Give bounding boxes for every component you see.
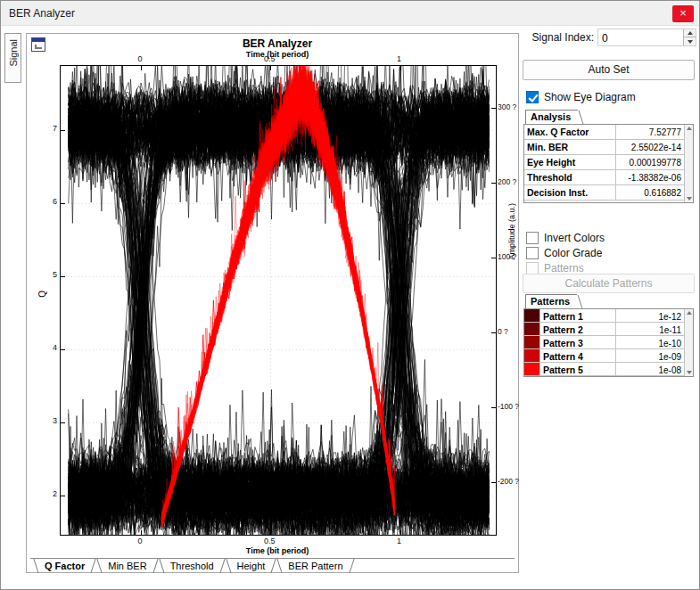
q-tick-label: 3	[43, 416, 57, 425]
result-tab-min-ber[interactable]: Min BER	[96, 559, 158, 573]
pattern-row-name: Pattern 4	[540, 349, 615, 362]
auto-set-button[interactable]: Auto Set	[523, 60, 695, 80]
color-grade-label: Color Grade	[544, 247, 602, 259]
analysis-row-value: 0.616882	[615, 185, 684, 200]
pattern-row[interactable]: Pattern 31e-10	[524, 336, 684, 349]
x-tick-label: 0.5	[259, 537, 280, 545]
amplitude-tick-label: 0 ?	[498, 327, 523, 336]
export-icon-glyph	[35, 45, 42, 49]
tab-patterns[interactable]: Patterns	[525, 294, 577, 308]
left-axis-label: Q	[37, 291, 47, 298]
analysis-row-name: Max. Q Factor	[524, 125, 615, 139]
patterns-checkbox-label: Patterns	[544, 262, 584, 275]
pattern-row-value: 1e-10	[615, 336, 684, 348]
q-tick-label: 4	[43, 343, 57, 352]
signal-index-value: 0	[602, 32, 608, 45]
analysis-row[interactable]: Threshold-1.38382e-06	[524, 170, 684, 185]
x-tick-label: 1	[389, 537, 410, 545]
pattern-row-value: 1e-08	[615, 363, 684, 375]
analysis-row-name: Decision Inst.	[524, 185, 615, 200]
titlebar[interactable]: BER Analyzer ×	[1, 1, 699, 26]
pattern-row[interactable]: Pattern 11e-12	[524, 309, 684, 323]
x-tick-label: 0	[129, 54, 151, 63]
pattern-row[interactable]: Pattern 21e-11	[524, 323, 684, 336]
pattern-row-value: 1e-12	[615, 309, 684, 322]
pattern-color-swatch	[524, 349, 540, 362]
analysis-row[interactable]: Eye Height0.000199778	[524, 155, 684, 170]
pattern-color-swatch	[524, 363, 540, 375]
invert-colors-label: Invert Colors	[544, 232, 605, 244]
signal-index-spinner	[683, 29, 696, 45]
close-icon: ×	[679, 6, 687, 20]
result-tab-threshold[interactable]: Threshold	[159, 559, 226, 573]
signal-index-input[interactable]: 0	[597, 29, 696, 46]
close-button[interactable]: ×	[672, 5, 694, 22]
result-tabs: Q FactorMin BERThresholdHeightBER Patter…	[30, 558, 515, 573]
result-tab-ber-pattern[interactable]: BER Pattern	[276, 559, 354, 573]
amplitude-tick-label: -100 ?	[498, 402, 523, 411]
signal-index-label: Signal Index:	[523, 31, 594, 44]
pattern-row-name: Pattern 3	[540, 336, 615, 348]
analysis-row-name: Threshold	[524, 170, 615, 184]
tab-analysis[interactable]: Analysis	[525, 110, 578, 124]
analysis-scrollbar[interactable]	[684, 125, 693, 202]
patterns-checkbox[interactable]	[526, 262, 539, 275]
pattern-rows: Pattern 11e-12Pattern 21e-11Pattern 31e-…	[524, 309, 684, 376]
export-icon-titlebar	[32, 38, 45, 42]
show-eye-diagram-checkbox[interactable]	[526, 91, 539, 103]
pattern-row-name: Pattern 5	[540, 363, 615, 375]
invert-colors-checkbox[interactable]	[526, 232, 539, 244]
spin-up-button[interactable]	[684, 29, 696, 37]
patterns-tab-label: Patterns	[531, 296, 570, 307]
patterns-scrollbar[interactable]	[684, 309, 693, 376]
analysis-rows: Max. Q Factor7.52777Min. BER2.55022e-14E…	[524, 125, 684, 202]
bottom-axis-label: Time (bit period)	[60, 546, 495, 555]
analysis-row[interactable]: Max. Q Factor7.52777	[524, 125, 684, 140]
scroll-down-icon	[687, 197, 692, 201]
q-tick-label: 6	[43, 197, 57, 206]
patterns-table: Pattern 11e-12Pattern 21e-11Pattern 31e-…	[523, 308, 694, 377]
export-chart-icon[interactable]	[31, 37, 45, 52]
pattern-color-swatch	[524, 336, 540, 348]
down-arrow-icon	[688, 40, 693, 44]
amplitude-tick-label: -200 ?	[498, 477, 523, 486]
tab-signal[interactable]: Signal	[4, 33, 21, 83]
pattern-row-value: 1e-09	[615, 349, 684, 362]
analysis-row-value: 7.52777	[615, 125, 684, 139]
ber-analyzer-window: BER Analyzer × Signal BER Analyzer Time …	[0, 0, 700, 590]
pattern-color-swatch	[524, 323, 540, 335]
scroll-up-icon	[687, 127, 692, 130]
spin-down-button[interactable]	[684, 37, 696, 45]
pattern-row-name: Pattern 2	[540, 323, 615, 335]
x-tick-label: 1	[389, 54, 410, 63]
dialog-body: Signal BER Analyzer Time (bit period) 00…	[1, 26, 699, 589]
amplitude-tick-label: 300 ?	[498, 102, 523, 111]
result-tab-q-factor[interactable]: Q Factor	[33, 559, 96, 573]
pattern-row[interactable]: Pattern 41e-09	[524, 349, 684, 363]
analysis-row-name: Eye Height	[524, 155, 615, 169]
analysis-row-value: 2.55022e-14	[615, 140, 684, 154]
x-tick-label: 0.5	[259, 54, 280, 63]
signal-tab-label: Signal	[8, 39, 19, 67]
plot-panel: BER Analyzer Time (bit period) 00.51 765…	[26, 33, 519, 573]
analysis-table: Max. Q Factor7.52777Min. BER2.55022e-14E…	[523, 124, 694, 203]
analysis-row[interactable]: Decision Inst.0.616882	[524, 185, 684, 201]
q-tick-label: 5	[43, 270, 57, 279]
pattern-color-swatch	[524, 309, 540, 322]
calculate-patterns-button[interactable]: Calculate Patterns	[523, 274, 695, 293]
pattern-row[interactable]: Pattern 51e-08	[524, 363, 684, 376]
result-tab-height[interactable]: Height	[226, 559, 277, 573]
analysis-tab-label: Analysis	[531, 111, 571, 122]
analysis-row[interactable]: Min. BER2.55022e-14	[524, 140, 684, 155]
scroll-down-icon	[687, 371, 692, 374]
q-tick-label: 2	[43, 489, 57, 498]
analysis-row-value: 0.000199778	[615, 155, 684, 169]
color-grade-checkbox[interactable]	[526, 247, 539, 259]
scroll-up-icon	[687, 311, 692, 315]
plot-title: BER Analyzer	[60, 37, 495, 50]
pattern-row-value: 1e-11	[615, 323, 684, 335]
right-axis-label: Amplitude (a.u.)	[507, 203, 516, 260]
analysis-row-name: Min. BER	[524, 140, 615, 154]
amplitude-tick-label: 200 ?	[498, 177, 523, 186]
window-title: BER Analyzer	[9, 7, 75, 20]
